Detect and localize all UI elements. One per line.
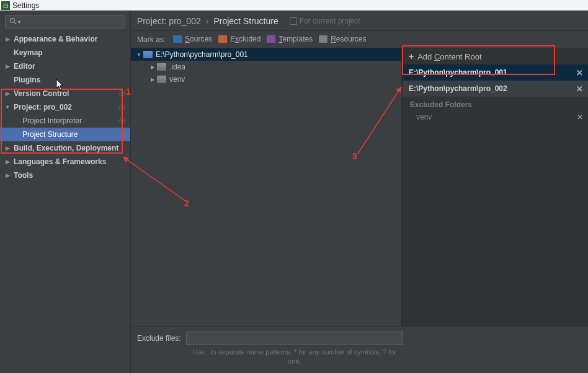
triangle-right-icon: ▶	[4, 90, 11, 97]
triangle-right-icon: ▶	[4, 159, 11, 165]
svg-line-36	[124, 132, 125, 133]
excluded-folders-header: Excluded Folders	[403, 97, 588, 110]
content-root-item[interactable]: E:\Python\pycharm\pro_001✕	[403, 64, 588, 81]
breadcrumb-project: Project: pro_002	[137, 16, 201, 26]
svg-point-2	[121, 92, 123, 95]
folder-icon	[157, 76, 166, 83]
mark-as-toolbar: Mark as: SourcesExcludedTemplatesResourc…	[131, 31, 588, 48]
sidebar-item-appearance-behavior[interactable]: ▶Appearance & Behavior	[0, 32, 130, 46]
tree-row[interactable]: ▶.idea	[131, 61, 401, 73]
breadcrumb-page: Project Structure	[213, 16, 278, 26]
folder-icon	[143, 51, 153, 58]
svg-line-28	[120, 123, 120, 123]
svg-line-27	[124, 118, 125, 119]
triangle-right-icon[interactable]: ▶	[149, 64, 156, 70]
sidebar-item-version-control[interactable]: ▶Version Control	[0, 87, 130, 100]
directory-tree[interactable]: ▼ E:\Python\pycharm\pro_001 ▶.idea▶venv	[131, 48, 402, 326]
triangle-down-icon[interactable]: ▼	[136, 52, 142, 58]
svg-line-1	[14, 22, 16, 24]
svg-line-7	[120, 91, 120, 92]
triangle-right-icon: ▶	[4, 36, 11, 42]
sidebar-item-plugins[interactable]: ▶Plugins	[0, 73, 130, 87]
svg-line-34	[120, 132, 120, 133]
sidebar-item-project-pro-002[interactable]: ▼Project: pro_002	[0, 100, 130, 114]
mark-as-excluded[interactable]: Excluded	[218, 35, 261, 43]
svg-line-35	[124, 136, 125, 137]
close-icon[interactable]: ✕	[576, 68, 583, 77]
content-root-path: E:\Python\pycharm\pro_002	[409, 84, 507, 93]
triangle-right-icon[interactable]: ▶	[149, 77, 156, 82]
sidebar-item-label: Tools	[14, 171, 33, 180]
mark-as-resources[interactable]: Resources	[319, 35, 366, 43]
content-roots-panel: + Add Content Root E:\Python\pycharm\pro…	[402, 48, 588, 326]
settings-sidebar: ▾ ▶Appearance & Behavior▶Keymap▶Editor▶P…	[0, 11, 131, 373]
window-title: Settings	[12, 1, 39, 10]
sidebar-item-build-execution-deployment[interactable]: ▶Build, Execution, Deployment	[0, 141, 130, 155]
sidebar-item-label: Keymap	[14, 48, 43, 57]
gear-icon	[118, 130, 127, 139]
sidebar-item-label: Project Interpreter	[22, 116, 82, 125]
tree-row-label: venv	[169, 75, 185, 84]
triangle-right-icon: ▶	[4, 172, 11, 178]
content-root-item[interactable]: E:\Python\pycharm\pro_002✕	[403, 81, 588, 97]
sidebar-item-keymap[interactable]: ▶Keymap	[0, 46, 130, 59]
project-scope-icon	[290, 17, 297, 25]
search-input[interactable]: ▾	[5, 15, 125, 29]
sidebar-item-label: Version Control	[14, 89, 69, 98]
folder-color-icon	[267, 35, 275, 43]
exclude-files-input[interactable]	[186, 331, 403, 345]
sidebar-item-languages-frameworks[interactable]: ▶Languages & Frameworks	[0, 155, 130, 169]
chevron-down-icon: ▾	[18, 19, 20, 25]
sidebar-item-tools[interactable]: ▶Tools	[0, 169, 130, 182]
breadcrumb: Project: pro_002 › Project Structure For…	[131, 11, 588, 31]
svg-line-18	[124, 105, 125, 105]
svg-line-16	[120, 105, 120, 105]
app-icon: ◳	[1, 1, 10, 10]
close-icon[interactable]: ✕	[576, 84, 583, 94]
svg-line-25	[120, 118, 120, 119]
sidebar-item-label: Editor	[14, 62, 35, 71]
folder-color-icon	[319, 35, 327, 43]
tree-row[interactable]: ▶venv	[131, 73, 401, 86]
mark-as-templates[interactable]: Templates	[267, 35, 313, 43]
sidebar-item-label: Plugins	[14, 76, 40, 84]
exclude-files-bar: Exclude files: Use ; to separate name pa…	[131, 326, 588, 373]
exclude-files-label: Exclude files:	[137, 334, 181, 343]
sidebar-item-editor[interactable]: ▶Editor	[0, 59, 130, 73]
svg-line-26	[124, 123, 125, 123]
tree-root-row[interactable]: ▼ E:\Python\pycharm\pro_001	[131, 48, 401, 61]
window-title-bar: ◳ Settings	[0, 0, 588, 11]
svg-line-37	[120, 136, 120, 137]
sidebar-item-label: Project: pro_002	[14, 103, 72, 112]
svg-line-19	[120, 109, 120, 110]
for-current-project-badge: For current project	[290, 17, 360, 25]
svg-line-10	[120, 95, 120, 96]
tree-root-label: E:\Python\pycharm\pro_001	[156, 50, 248, 59]
close-icon[interactable]: ✕	[577, 113, 583, 121]
excluded-folder-label: venv	[416, 113, 432, 121]
plus-icon: +	[409, 51, 414, 61]
exclude-files-hint: Use ; to separate name patterns, * for a…	[137, 348, 404, 366]
triangle-right-icon: ▶	[4, 63, 11, 69]
svg-line-9	[124, 91, 125, 92]
excluded-folder-item[interactable]: venv✕	[403, 110, 588, 124]
mark-as-sources[interactable]: Sources	[173, 35, 212, 43]
add-content-root-button[interactable]: + Add Content Root	[403, 48, 588, 64]
tree-row-label: .idea	[169, 63, 185, 71]
gear-icon	[118, 103, 127, 112]
mark-as-label: Mark as:	[137, 35, 166, 44]
sidebar-item-label: Project Structure	[22, 130, 78, 139]
svg-point-29	[121, 133, 123, 136]
gear-icon	[118, 89, 127, 98]
chevron-right-icon: ›	[206, 16, 209, 26]
svg-point-20	[121, 120, 123, 122]
sidebar-item-project-interpreter[interactable]: Project Interpreter	[0, 114, 130, 128]
search-icon	[9, 17, 17, 27]
folder-color-icon	[173, 35, 182, 43]
folder-color-icon	[218, 35, 227, 43]
svg-point-11	[121, 106, 123, 108]
folder-icon	[157, 63, 166, 71]
sidebar-item-label: Build, Execution, Deployment	[14, 144, 118, 152]
sidebar-item-project-structure[interactable]: Project Structure	[0, 128, 130, 141]
svg-line-8	[124, 95, 125, 96]
